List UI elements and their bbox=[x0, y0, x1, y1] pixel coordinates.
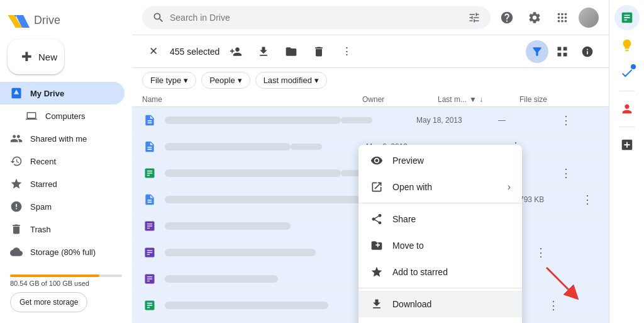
menu-item-preview-label: Preview bbox=[392, 156, 424, 166]
new-button[interactable]: ✚ New bbox=[8, 39, 64, 74]
trash-icon bbox=[10, 223, 23, 235]
move-to-icon bbox=[370, 239, 384, 252]
col-modified-header[interactable]: Last m... ▼ ↓ bbox=[438, 95, 519, 104]
search-bar[interactable] bbox=[142, 6, 491, 29]
preview-icon bbox=[370, 154, 384, 167]
file-type-label: File type bbox=[150, 76, 181, 85]
table-row[interactable]: May 18, 2013 — ⋮ bbox=[132, 107, 609, 133]
top-bar bbox=[132, 0, 609, 35]
menu-item-share[interactable]: Share bbox=[358, 206, 522, 232]
upload-button[interactable] bbox=[252, 40, 275, 63]
menu-item-move-to[interactable]: Move to bbox=[358, 232, 522, 259]
menu-item-download[interactable]: Download bbox=[358, 291, 522, 317]
main-content: ✕ 455 selected ⋮ bbox=[132, 0, 609, 323]
file-name bbox=[165, 302, 328, 309]
file-name bbox=[165, 143, 291, 150]
row-more-button[interactable]: ⋮ bbox=[530, 246, 552, 259]
menu-item-remove[interactable]: Remove bbox=[358, 317, 522, 323]
file-type-icon bbox=[142, 298, 157, 313]
col-filesize-header: File size bbox=[519, 95, 576, 104]
menu-divider-2 bbox=[358, 288, 522, 288]
menu-item-open-with[interactable]: Open with › bbox=[358, 174, 522, 200]
sidebar-item-starred[interactable]: Starred bbox=[0, 173, 125, 195]
more-options-button[interactable]: ⋮ bbox=[335, 40, 358, 63]
sort-icon: ▼ bbox=[469, 95, 477, 104]
row-more-button[interactable]: ⋮ bbox=[542, 298, 565, 312]
star-add-icon bbox=[370, 265, 384, 279]
toolbar-left: ✕ 455 selected ⋮ bbox=[142, 40, 358, 63]
rs-sheets-icon[interactable] bbox=[614, 5, 640, 30]
right-sidebar bbox=[609, 0, 644, 323]
rs-keep-icon[interactable] bbox=[614, 33, 640, 58]
sidebar-item-shared[interactable]: Shared with me bbox=[0, 127, 125, 150]
sidebar-item-spam[interactable]: Spam bbox=[0, 195, 125, 218]
menu-item-open-with-label: Open with bbox=[392, 182, 432, 192]
sidebar-item-trash-label: Trash bbox=[30, 225, 51, 234]
rs-contacts-icon[interactable] bbox=[614, 96, 640, 122]
drive-logo-icon bbox=[8, 10, 30, 30]
avatar[interactable] bbox=[579, 8, 599, 28]
tune-icon[interactable] bbox=[468, 11, 480, 24]
context-menu: Preview Open with › Share bbox=[358, 145, 522, 323]
col-owner-header: Owner bbox=[362, 95, 438, 104]
sidebar-item-recent[interactable]: Recent bbox=[0, 150, 125, 173]
file-type-icon bbox=[142, 218, 157, 234]
row-more-button[interactable]: ⋮ bbox=[555, 113, 577, 127]
file-owner bbox=[291, 144, 366, 150]
menu-divider bbox=[358, 203, 522, 203]
get-more-storage-button[interactable]: Get more storage bbox=[10, 292, 87, 312]
computer-icon bbox=[25, 110, 38, 122]
delete-button[interactable] bbox=[308, 40, 330, 63]
last-modified-filter[interactable]: Last modified ▾ bbox=[255, 72, 327, 89]
grid-view-button[interactable] bbox=[551, 40, 574, 63]
rs-add-icon[interactable] bbox=[614, 132, 640, 157]
close-selection-button[interactable]: ✕ bbox=[142, 40, 165, 63]
sidebar-item-my-drive[interactable]: My Drive bbox=[0, 82, 125, 105]
share-icon bbox=[370, 212, 384, 226]
top-icons bbox=[496, 6, 599, 29]
file-name bbox=[165, 196, 362, 203]
sidebar-item-computers[interactable]: Computers bbox=[0, 105, 125, 127]
sidebar-item-computers-label: Computers bbox=[45, 111, 86, 121]
file-type-icon bbox=[142, 245, 157, 260]
file-type-icon bbox=[142, 166, 157, 181]
settings-button[interactable] bbox=[523, 6, 546, 29]
add-person-button[interactable] bbox=[225, 40, 247, 63]
info-button[interactable] bbox=[576, 40, 599, 63]
file-type-icon bbox=[142, 271, 157, 286]
row-more-button[interactable]: ⋮ bbox=[555, 166, 577, 180]
help-button[interactable] bbox=[496, 6, 518, 29]
download-icon bbox=[370, 297, 384, 311]
shared-icon bbox=[10, 132, 23, 145]
right-panel: ✕ 455 selected ⋮ bbox=[132, 0, 644, 323]
storage-bar-fill bbox=[10, 275, 99, 277]
people-chevron: ▾ bbox=[238, 76, 242, 85]
file-type-filter[interactable]: File type ▾ bbox=[142, 72, 196, 89]
menu-item-preview[interactable]: Preview bbox=[358, 147, 522, 174]
file-name bbox=[165, 169, 341, 177]
file-owner bbox=[341, 117, 416, 123]
search-icon bbox=[152, 11, 165, 24]
my-drive-icon bbox=[10, 87, 23, 99]
search-input[interactable] bbox=[170, 13, 463, 23]
rs-tasks-icon[interactable] bbox=[614, 60, 640, 86]
sidebar-item-shared-label: Shared with me bbox=[30, 134, 87, 144]
file-name bbox=[165, 249, 316, 256]
col-name-header: Name bbox=[142, 95, 362, 104]
selected-count: 455 selected bbox=[170, 47, 219, 57]
sidebar-item-trash[interactable]: Trash bbox=[0, 218, 125, 241]
move-button[interactable] bbox=[280, 40, 303, 63]
menu-item-add-starred[interactable]: Add to starred bbox=[358, 259, 522, 285]
people-filter[interactable]: People ▾ bbox=[201, 72, 250, 89]
open-with-arrow: › bbox=[508, 181, 511, 193]
file-name bbox=[165, 275, 278, 283]
sidebar-item-storage: Storage (80% full) bbox=[0, 241, 125, 263]
menu-item-share-label: Share bbox=[392, 214, 416, 224]
file-list: May 18, 2013 — ⋮ May 6, 2013 — ⋮ bbox=[132, 107, 609, 323]
filter-active-button[interactable] bbox=[526, 40, 548, 63]
row-more-button[interactable]: ⋮ bbox=[576, 193, 599, 207]
file-type-icon bbox=[142, 113, 157, 128]
apps-button[interactable] bbox=[551, 6, 574, 29]
file-type-icon bbox=[142, 192, 157, 207]
toolbar-right bbox=[526, 40, 599, 63]
